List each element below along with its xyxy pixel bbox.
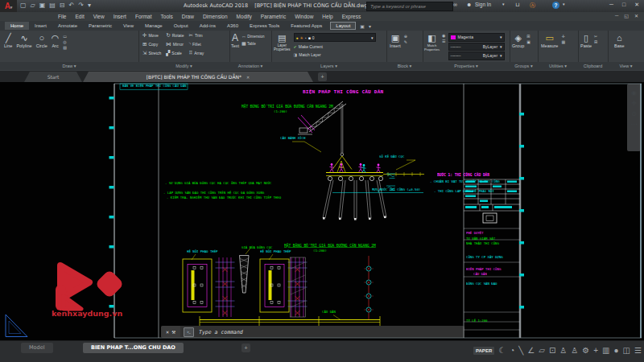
dimension-button[interactable]: ↔ Dimension (242, 34, 265, 39)
menu-view[interactable]: View (93, 14, 105, 19)
camera-icon[interactable]: ▣ (360, 23, 365, 29)
cart-icon[interactable]: ⊔ (515, 2, 519, 8)
doc-minimize-icon[interactable]: ─ (615, 13, 618, 19)
panel-label-modify[interactable]: Modify ▾ (138, 62, 229, 70)
tab-express-tools[interactable]: Express Tools (244, 22, 285, 30)
panel-label-groups[interactable]: Groups ▾ (510, 62, 538, 70)
doc-restore-icon[interactable]: ◱ (624, 13, 629, 19)
navbar-close-icon[interactable]: ✕ (637, 84, 639, 90)
layer-select-dropdown[interactable]: ● ☀ ▪ ■ 0 ▾ (294, 33, 376, 42)
copy-button[interactable]: ⊞Copy (142, 41, 161, 50)
lineweight-dropdown[interactable]: ——— ByLayer ▾ (448, 51, 505, 60)
linetype-dropdown[interactable]: ——— ByLayer ▾ (448, 43, 505, 51)
group-edit-icon[interactable]: ▣ (526, 39, 530, 44)
tab-layout[interactable]: Layout (330, 22, 356, 30)
hatch-icon[interactable]: ▨ (63, 45, 67, 50)
tab-view[interactable]: View (118, 22, 139, 30)
stretch-button[interactable]: ⇲Stretch (142, 50, 161, 59)
pan-icon[interactable]: ✛ (631, 101, 637, 107)
menu-insert[interactable]: Insert (114, 14, 126, 19)
measure-button[interactable]: ▭Measure (541, 31, 558, 48)
cut-icon[interactable]: ✂ (594, 34, 597, 39)
trim-button[interactable]: ✂Trim (188, 32, 204, 41)
autoscale-icon[interactable]: ♙ (571, 347, 578, 355)
tab-manage[interactable]: Manage (139, 22, 168, 30)
move-button[interactable]: ✛Move (142, 32, 161, 41)
panel-label-layers[interactable]: Layers ▾ (271, 62, 386, 70)
undo-icon[interactable]: ↶ (69, 2, 75, 9)
menu-parametric[interactable]: Parametric (261, 14, 286, 19)
units-icon[interactable]: ▥ (602, 347, 609, 355)
app-store-icon[interactable]: Ⓐ (530, 2, 535, 10)
menu-format[interactable]: Format (135, 14, 152, 19)
menu-edit[interactable]: Edit (75, 14, 84, 19)
paper-space-toggle[interactable]: PAPER (473, 347, 494, 355)
panel-label-utilities[interactable]: Utilities ▾ (538, 62, 578, 70)
new-icon[interactable]: ▢ (20, 2, 27, 9)
close-button[interactable]: ✕ (634, 2, 639, 8)
object-snap-icon[interactable]: ▱ (539, 347, 545, 355)
tab-home[interactable]: Home (5, 22, 29, 30)
panel-label-draw[interactable]: Draw ▾ (0, 62, 138, 70)
qat-customize-icon[interactable]: ▾ (88, 2, 91, 9)
doc-close-icon[interactable]: ✕ (634, 13, 638, 19)
open-icon[interactable]: ▱ (31, 2, 35, 9)
insert-button[interactable]: ▣Insert (390, 31, 401, 48)
title-block[interactable] (464, 179, 520, 330)
command-line[interactable]: ✕ ⚒ >_ Type a command (161, 326, 464, 338)
autocad-logo-icon[interactable]: A▾ (0, 0, 17, 12)
text-button[interactable]: AText (231, 31, 239, 48)
menu-express[interactable]: Express (342, 14, 361, 19)
panel-label-properties[interactable]: Properties ▾ (423, 62, 510, 70)
steering-wheel-icon[interactable]: ◉ (631, 90, 637, 97)
array-button[interactable]: ⠿Array (188, 50, 204, 59)
edit-block-icon[interactable]: ✎ (404, 39, 407, 44)
snap-mode-icon[interactable]: ☾ (498, 347, 506, 355)
tab-output[interactable]: Output (168, 22, 194, 30)
plot-icon[interactable]: ⊟ (60, 2, 65, 9)
rectangle-icon[interactable]: ▭ (63, 34, 67, 39)
quick-select-icon[interactable]: ✛ (561, 34, 565, 39)
group-button[interactable]: ◈Group (512, 31, 524, 48)
panel-label-block[interactable]: Block ▾ (386, 62, 423, 70)
saveas-icon[interactable]: ▤ (49, 2, 56, 9)
menu-help[interactable]: Help (322, 14, 332, 19)
menu-file[interactable]: File (58, 14, 66, 19)
color-wheel-icon[interactable]: ◉ (442, 33, 445, 38)
command-customize-icon[interactable]: ⚒ (171, 330, 175, 335)
minimize-button[interactable]: ─ (609, 2, 613, 8)
annotation-visibility-icon[interactable]: ♙ (559, 347, 567, 355)
polyline-button[interactable]: ∿Polyline (16, 31, 31, 50)
file-tab-close-icon[interactable]: ✕ (246, 75, 250, 80)
tab-model[interactable]: Model (21, 343, 53, 353)
polar-tracking-icon[interactable]: ∠ (527, 347, 535, 355)
menu-window[interactable]: Window (295, 14, 313, 19)
command-grip[interactable]: ✕ ⚒ (161, 326, 180, 338)
search-icon[interactable]: ∞ (453, 2, 457, 7)
ellipse-icon[interactable]: ◎ (63, 39, 67, 44)
mirror-button[interactable]: ⋈Mirror (166, 41, 184, 50)
paste-button[interactable]: ▯Paste (580, 31, 592, 48)
copy-clip-icon[interactable]: ⊞ (594, 39, 597, 44)
match-properties-button[interactable]: ◧ Match Properties (424, 31, 440, 61)
zoom-icon[interactable]: ⊙ (631, 111, 637, 117)
workspace-gear-icon[interactable]: ⚙ (582, 347, 589, 355)
rotate-button[interactable]: ↻Rotate (166, 32, 184, 41)
tab-layout-active[interactable]: BIEN PHAP T...ONG CHU DAO (83, 343, 184, 353)
navigation-bar[interactable]: ✕ ◉ ✛ ⊙ ⋯ (627, 84, 641, 151)
sign-in-button[interactable]: Sign In (475, 2, 491, 7)
quick-calc-icon[interactable]: ▦ (561, 39, 565, 44)
command-input[interactable]: Type a command (199, 329, 243, 335)
command-recent-icon[interactable]: >_ (184, 327, 194, 337)
new-layout-button[interactable]: + (242, 343, 250, 352)
drawing-canvas[interactable]: kenhxaydung.vn BIỆN PHÁP THI CÔNG CẦU DẪ… (0, 82, 644, 340)
panel-label-annotation[interactable]: Annotation ▾ (229, 62, 271, 70)
tab-addins[interactable]: Add-ins (194, 22, 221, 30)
layer-properties-button[interactable]: ▤ Layer Properties (274, 31, 291, 58)
scale-button[interactable]: ▞Scale (166, 50, 184, 59)
customization-icon[interactable]: ☰ (634, 347, 642, 355)
graphics-performance-icon[interactable]: ● (614, 347, 619, 355)
tab-annotate[interactable]: Annotate (52, 22, 83, 30)
circle-button[interactable]: ○Circle (36, 31, 47, 50)
new-drawing-tab-button[interactable]: + (318, 72, 327, 81)
